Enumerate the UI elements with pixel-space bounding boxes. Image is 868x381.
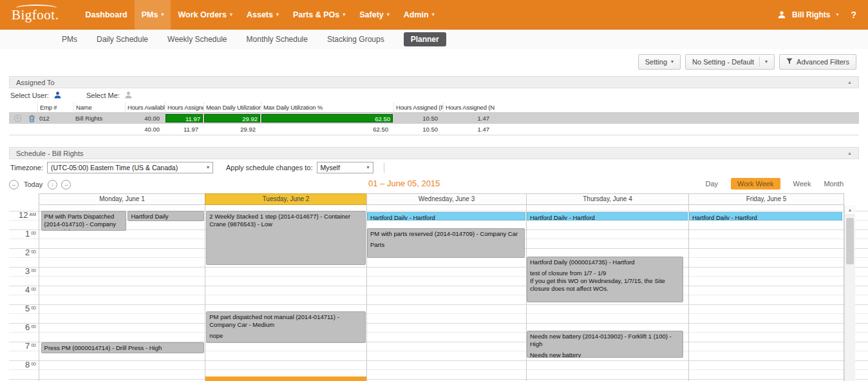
toolbar: Setting ▾ No Setting - Default ▾ Advance… — [0, 54, 868, 70]
event-text: Needs new battery — [530, 351, 680, 358]
column-header-max-daily-utilization[interactable]: Max Daily Utilization % — [261, 102, 393, 113]
tab-weekly-schedule[interactable]: Weekly Schedule — [167, 35, 227, 44]
event-text: Hartford Daily - Hartford — [692, 214, 839, 220]
hour-number: 2 — [25, 249, 30, 257]
calendar-event[interactable]: PM with Parts Dispatched (2014-014710) -… — [41, 211, 126, 231]
view-button-work-week[interactable]: Work Week — [731, 178, 780, 190]
tab-monthly-schedule[interactable]: Monthly Schedule — [247, 35, 308, 44]
assigned-table-row[interactable]: ›012Bill Rights40.0011.9729.9262.5010.50… — [9, 113, 859, 124]
column-header-mean-daily-utilization[interactable]: Mean Daily Utilization % — [203, 102, 261, 113]
calendar-event[interactable]: PM part dispatched not manual (2014-0147… — [206, 311, 366, 343]
tab-stacking-groups[interactable]: Stacking Groups — [327, 35, 384, 44]
help-button[interactable]: ? — [851, 10, 856, 20]
nav-item-label: Dashboard — [85, 10, 127, 19]
day-header-tuesday-june-2[interactable]: Tuesday, June 2 — [205, 193, 366, 205]
nav-item-label: Assets — [247, 10, 273, 19]
user-menu: Bill Rights ▾ ? — [777, 10, 856, 20]
day-column-monday-june-1[interactable]: PM with Parts Dispatched (2014-014710) -… — [39, 205, 205, 381]
expand-row-icon[interactable]: › — [14, 115, 21, 122]
column-header-emp[interactable]: Emp # — [37, 102, 73, 113]
apply-to-select[interactable]: Myself ▾ — [317, 162, 373, 173]
schedule-header[interactable]: Schedule - Bill Rights ▲ — [9, 147, 859, 159]
timezone-label: Timezone: — [10, 164, 43, 171]
scrollbar-thumb[interactable] — [846, 218, 854, 264]
chevron-down-icon: ▾ — [765, 59, 768, 64]
tab-pms[interactable]: PMs — [62, 35, 77, 44]
setting-select[interactable]: No Setting - Default ▾ — [685, 54, 775, 70]
advanced-filters-label: Advanced Filters — [797, 58, 849, 66]
apply-to-label: Apply schedule changes to: — [226, 164, 313, 171]
goto-date-button[interactable]: ↓ — [48, 180, 57, 190]
day-column-friday-june-5[interactable]: Hartford Daily - Hartford — [688, 205, 844, 381]
nav-item-assets[interactable]: Assets▾ — [240, 0, 286, 30]
calendar-event[interactable]: Hartford Daily - Hartford — [689, 212, 842, 220]
nav-item-pms[interactable]: PMs▾ — [135, 0, 171, 30]
scroll-up-icon[interactable]: ▲ — [845, 205, 855, 215]
calendar-event[interactable]: Hartford Daily - Hartford — [367, 212, 525, 220]
assigned-table-totals-row: 40.0011.9729.9262.5010.501.47 — [9, 124, 859, 135]
timezone-select[interactable]: (UTC-05:00) Eastern Time (US & Canada) ▾ — [47, 162, 213, 173]
delete-row-button[interactable] — [26, 113, 37, 124]
column-header-hours-assigned-pm[interactable]: Hours Assigned (PM) — [393, 102, 443, 113]
nav-item-parts-pos[interactable]: Parts & POs▾ — [286, 0, 352, 30]
hour-label-3-00: 300 — [25, 268, 36, 275]
calendar-event[interactable]: 2 Weekly Stacked 1 step (2014-014677) - … — [206, 211, 366, 265]
chevron-down-icon[interactable]: ▾ — [836, 12, 838, 17]
date-nav-row: ← Today ↓ → 01 – June 05, 2015 DayWork W… — [9, 177, 859, 192]
top-nav-bar: Bigfoot. DashboardPMs▾Work Orders▾Assets… — [0, 0, 868, 30]
select-me-icon[interactable] — [124, 91, 133, 99]
nav-item-work-orders[interactable]: Work Orders▾ — [171, 0, 240, 30]
hour-number: 8 — [25, 361, 30, 369]
main-nav: DashboardPMs▾Work Orders▾Assets▾Parts & … — [78, 0, 441, 30]
cell-hours-available: 40.00 — [125, 113, 165, 124]
gutter-spacer — [9, 193, 39, 205]
prev-period-button[interactable]: ← — [9, 180, 19, 190]
hour-label-2-00: 200 — [25, 249, 36, 257]
vertical-scrollbar[interactable]: ▲ — [844, 205, 855, 381]
calendar-event[interactable]: PM with parts reserved (2014-014709) - C… — [367, 228, 525, 258]
view-button-day[interactable]: Day — [705, 180, 718, 188]
funnel-icon — [786, 58, 793, 66]
calendar-event[interactable]: Hartford Daily (0000014735) - Hartfordte… — [527, 257, 683, 302]
nav-item-label: Safety — [359, 10, 384, 19]
column-header-hours-assigned-non-pm[interactable]: Hours Assigned (Non-PM) — [443, 102, 495, 113]
view-button-week[interactable]: Week — [793, 180, 811, 188]
day-column-wednesday-june-3[interactable]: Hartford Daily - HartfordPM with parts r… — [366, 205, 526, 381]
hour-number: 12 — [19, 211, 28, 219]
event-text: Hartford Daily - Hartford — [530, 214, 684, 220]
tab-daily-schedule[interactable]: Daily Schedule — [97, 35, 148, 44]
chevron-down-icon: ▾ — [343, 12, 345, 17]
advanced-filters-button[interactable]: Advanced Filters — [779, 54, 856, 70]
calendar-event[interactable]: Hartford Daily - Hartford — [527, 212, 688, 220]
event-text: nope — [209, 332, 363, 340]
view-button-month[interactable]: Month — [824, 180, 844, 188]
today-button[interactable]: Today — [24, 181, 42, 188]
assigned-to-header[interactable]: Assigned To ▲ — [9, 76, 859, 88]
setting-button[interactable]: Setting ▾ — [638, 54, 681, 70]
day-column-thursday-june-4[interactable]: Hartford Daily - HartfordHartford Daily … — [526, 205, 688, 381]
nav-item-dashboard[interactable]: Dashboard — [78, 0, 134, 30]
day-header-monday-june-1[interactable]: Monday, June 1 — [39, 193, 205, 205]
hour-number: 3 — [25, 268, 30, 275]
user-name[interactable]: Bill Rights — [792, 10, 830, 19]
column-header-name[interactable]: Name — [73, 102, 125, 113]
day-header-thursday-june-4[interactable]: Thursday, June 4 — [526, 193, 688, 205]
select-user-icon[interactable] — [53, 91, 62, 99]
time-gutter: 12AM100200300400500600700800 — [9, 205, 39, 381]
nav-item-admin[interactable]: Admin▾ — [397, 0, 442, 30]
day-column-tuesday-june-2[interactable]: 2 Weekly Stacked 1 step (2014-014677) - … — [205, 205, 366, 381]
day-header-wednesday-june-3[interactable]: Wednesday, June 3 — [366, 193, 526, 205]
collapse-icon[interactable]: ▲ — [847, 151, 852, 155]
column-header-hours-available[interactable]: Hours Available — [125, 102, 165, 113]
collapse-icon[interactable]: ▲ — [847, 80, 852, 84]
assigned-table: Emp #NameHours AvailableHours AssignedMe… — [9, 102, 859, 135]
calendar-event[interactable]: Needs new battery (2014-013902) - Forkli… — [527, 331, 683, 358]
nav-item-safety[interactable]: Safety▾ — [352, 0, 397, 30]
column-header-hours-assigned[interactable]: Hours Assigned — [165, 102, 203, 113]
calendar-event[interactable]: Press PM (0000014714) - Drill Press - Hi… — [41, 342, 204, 353]
day-header-friday-june-5[interactable]: Friday, June 5 — [688, 193, 844, 205]
next-period-button[interactable]: → — [61, 180, 71, 190]
calendar-event[interactable]: Hartford Daily (0000014708) - — [127, 211, 203, 221]
tab-planner[interactable]: Planner — [404, 32, 446, 46]
event-text: 2 Weekly Stacked 1 step (2014-014677) - … — [209, 213, 363, 228]
